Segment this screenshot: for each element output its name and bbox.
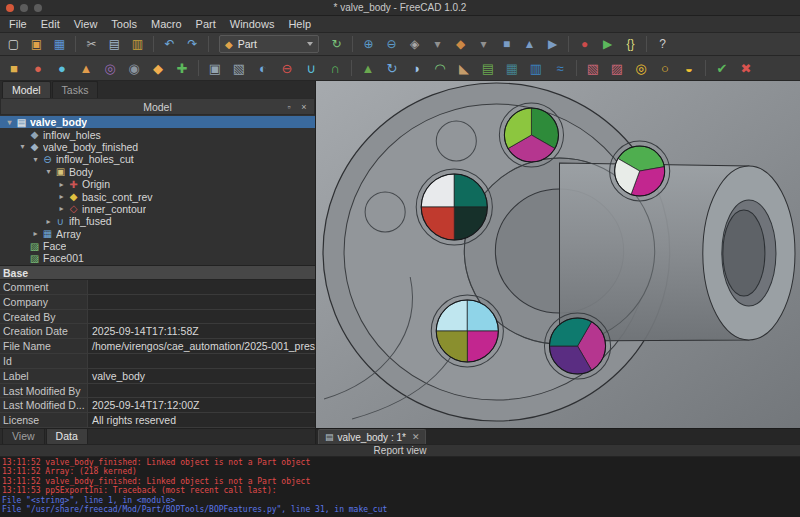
whats-this-button[interactable]: ? (652, 34, 673, 54)
save-document-button[interactable]: ▦ (49, 34, 70, 54)
check-geometry-button[interactable]: ✔ (711, 57, 733, 79)
draw-style-button[interactable]: ◈ (404, 34, 425, 54)
menu-edit[interactable]: Edit (34, 17, 67, 31)
menu-part[interactable]: Part (189, 17, 223, 31)
offset-2d-button[interactable]: ○ (654, 57, 676, 79)
menu-help[interactable]: Help (281, 17, 318, 31)
menu-macro[interactable]: Macro (144, 17, 189, 31)
report-view[interactable]: 13:11:52 valve_body_finished: Linked obj… (0, 457, 800, 517)
property-value[interactable] (88, 354, 315, 368)
report-view-header[interactable]: Report view (0, 444, 800, 457)
close-icon[interactable]: × (298, 102, 310, 112)
tree-item-inflow_holes[interactable]: ◆inflow_holes (0, 128, 315, 140)
chamfer-button[interactable]: ◣ (453, 57, 475, 79)
expander-icon[interactable]: ▾ (30, 155, 41, 164)
redo-button[interactable]: ↷ (182, 34, 203, 54)
viewport-tab[interactable]: ▤ valve_body : 1* ✕ (318, 429, 426, 444)
tree-item-inflow_holes_cut[interactable]: ▾⊖inflow_holes_cut (0, 153, 315, 165)
expander-icon[interactable]: ▸ (56, 192, 67, 201)
tree-item-basic_cont_rev[interactable]: ▸◆basic_cont_rev (0, 190, 315, 202)
3d-viewport[interactable] (316, 81, 800, 428)
tab-tasks[interactable]: Tasks (52, 81, 99, 98)
tree-item-inner_contour[interactable]: ▸◇inner_contour (0, 203, 315, 215)
front-view-button[interactable]: ■ (496, 34, 517, 54)
expander-icon[interactable]: ▾ (43, 167, 54, 176)
shape-builder-button[interactable]: ✚ (171, 57, 193, 79)
boolean-cut-button[interactable]: ⊖ (276, 57, 298, 79)
expander-icon[interactable]: ▸ (56, 180, 67, 189)
part-cone-button[interactable]: ▲ (75, 57, 97, 79)
axonometric-view-button[interactable]: ◆ (450, 34, 471, 54)
ruled-surface-button[interactable]: ▦ (501, 57, 523, 79)
model-panel-header[interactable]: Model ▫× (0, 98, 315, 115)
property-value[interactable]: All rights reserved (88, 413, 315, 427)
sweep-button[interactable]: ≈ (549, 57, 571, 79)
loft-button[interactable]: ▥ (525, 57, 547, 79)
boolean-intersection-button[interactable]: ∩ (324, 57, 346, 79)
tree-item-origin[interactable]: ▸✚Origin (0, 178, 315, 190)
tree-item-face[interactable]: ▨Face (0, 240, 315, 252)
part-box-button[interactable]: ■ (3, 57, 25, 79)
offset-3d-button[interactable]: ◎ (630, 57, 652, 79)
make-compound-button[interactable]: ▣ (204, 57, 226, 79)
undock-icon[interactable]: ▫ (283, 102, 295, 112)
window-minimize-button[interactable] (20, 4, 28, 12)
close-icon[interactable]: ✕ (412, 432, 420, 442)
tree-item-face001[interactable]: ▨Face001 (0, 252, 315, 264)
tree-item-valve_body_finished[interactable]: ▾◆valve_body_finished (0, 141, 315, 153)
property-value[interactable] (88, 280, 315, 294)
explode-compound-button[interactable]: ▧ (228, 57, 250, 79)
macro-execute-button[interactable]: ▶ (597, 34, 618, 54)
part-primitives-button[interactable]: ◆ (147, 57, 169, 79)
property-value[interactable]: valve_body (88, 369, 315, 383)
fit-all-button[interactable]: ⊕ (358, 34, 379, 54)
cut-button[interactable]: ✂ (81, 34, 102, 54)
tree-item-ifh_fused[interactable]: ▸∪ifh_fused (0, 215, 315, 227)
window-close-button[interactable] (6, 4, 14, 12)
tree-item-array[interactable]: ▸▦Array (0, 228, 315, 240)
section-button[interactable]: ▧ (582, 57, 604, 79)
part-cylinder-button[interactable]: ● (27, 57, 49, 79)
expander-icon[interactable]: ▾ (17, 142, 28, 151)
fillet-button[interactable]: ◠ (429, 57, 451, 79)
cross-sections-button[interactable]: ▨ (606, 57, 628, 79)
expander-icon[interactable]: ▸ (43, 217, 54, 226)
right-view-button[interactable]: ▶ (542, 34, 563, 54)
tree-item-body[interactable]: ▾▣Body (0, 166, 315, 178)
property-value[interactable]: 2025-09-14T17:11:58Z (88, 324, 315, 338)
tab-view[interactable]: View (2, 429, 45, 445)
thickness-button[interactable]: ◒ (678, 57, 700, 79)
expander-icon[interactable]: ▾ (4, 118, 15, 127)
mirror-button[interactable]: ◑ (405, 57, 427, 79)
property-value[interactable]: 2025-09-14T17:12:00Z (88, 398, 315, 412)
property-value[interactable] (88, 295, 315, 309)
defeaturing-button[interactable]: ✖ (735, 57, 757, 79)
property-value[interactable]: /home/virengos/cae_automation/2025-001_p… (88, 339, 315, 353)
part-tube-button[interactable]: ◉ (123, 57, 145, 79)
tab-model[interactable]: Model (2, 81, 51, 98)
tab-data[interactable]: Data (46, 429, 88, 445)
titlebar[interactable]: * valve_body - FreeCAD 1.0.2 (0, 0, 800, 16)
tree-item-valve_body[interactable]: ▾▤valve_body (0, 116, 315, 128)
copy-button[interactable]: ▤ (104, 34, 125, 54)
property-value[interactable] (88, 310, 315, 324)
boolean-operation-button[interactable]: ◐ (252, 57, 274, 79)
property-group-header[interactable]: Base (0, 266, 315, 280)
python-console-button[interactable]: {} (620, 34, 641, 54)
property-value[interactable] (88, 384, 315, 398)
make-face-button[interactable]: ▤ (477, 57, 499, 79)
view-caret-button[interactable]: ▾ (473, 34, 494, 54)
part-torus-button[interactable]: ◎ (99, 57, 121, 79)
boolean-union-button[interactable]: ∪ (300, 57, 322, 79)
paste-button[interactable]: ▥ (127, 34, 148, 54)
model-tree[interactable]: ▾▤valve_body◆inflow_holes▾◆valve_body_fi… (0, 115, 315, 265)
menu-file[interactable]: File (2, 17, 34, 31)
fit-selection-button[interactable]: ⊖ (381, 34, 402, 54)
3d-viewport-canvas[interactable] (316, 81, 800, 428)
open-document-button[interactable]: ▣ (26, 34, 47, 54)
macro-record-button[interactable]: ● (574, 34, 595, 54)
revolve-button[interactable]: ↻ (381, 57, 403, 79)
new-document-button[interactable]: ▢ (3, 34, 24, 54)
menu-windows[interactable]: Windows (223, 17, 282, 31)
expander-icon[interactable]: ▸ (56, 204, 67, 213)
